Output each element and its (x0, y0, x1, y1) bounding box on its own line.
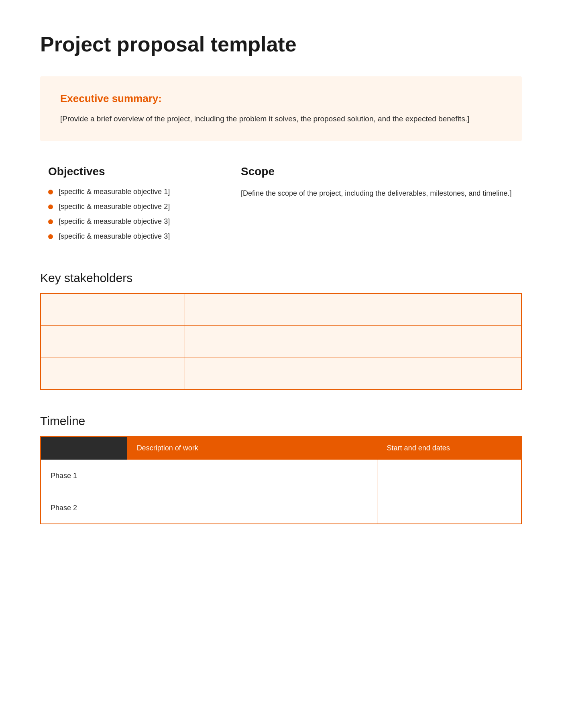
table-row: Phase 2 (41, 492, 521, 524)
page-title: Project proposal template (40, 32, 522, 56)
list-item: [specific & measurable objective 1] (48, 188, 217, 196)
list-item: [specific & measurable objective 3] (48, 217, 217, 226)
stakeholder-cell[interactable] (41, 358, 185, 390)
timeline-header-dates: Start and end dates (377, 436, 521, 460)
key-stakeholders-section: Key stakeholders (40, 271, 522, 390)
timeline-section: Timeline Description of work Start and e… (40, 414, 522, 524)
bullet-icon (48, 190, 53, 194)
timeline-phase-1[interactable]: Phase 1 (41, 460, 127, 492)
table-row: Phase 1 (41, 460, 521, 492)
timeline-table: Description of work Start and end dates … (40, 436, 522, 524)
table-row (41, 325, 521, 358)
list-item: [specific & measurable objective 2] (48, 202, 217, 211)
scope-heading: Scope (241, 165, 514, 178)
executive-summary-heading: Executive summary: (60, 92, 502, 105)
bullet-icon (48, 204, 53, 209)
stakeholder-cell[interactable] (185, 293, 521, 325)
timeline-description-1[interactable] (127, 460, 377, 492)
timeline-heading: Timeline (40, 414, 522, 428)
stakeholder-cell[interactable] (185, 358, 521, 390)
timeline-phase-2[interactable]: Phase 2 (41, 492, 127, 524)
scope-column: Scope [Define the scope of the project, … (241, 165, 514, 247)
objectives-heading: Objectives (48, 165, 217, 178)
timeline-dates-2[interactable] (377, 492, 521, 524)
timeline-dates-1[interactable] (377, 460, 521, 492)
stakeholder-cell[interactable] (41, 325, 185, 358)
timeline-header-phase (41, 436, 127, 460)
objective-item-4: [specific & measurable objective 3] (59, 232, 170, 241)
bullet-icon (48, 234, 53, 239)
scope-body: [Define the scope of the project, includ… (241, 188, 514, 199)
objective-item-1: [specific & measurable objective 1] (59, 188, 170, 196)
list-item: [specific & measurable objective 3] (48, 232, 217, 241)
table-row (41, 293, 521, 325)
stakeholder-cell[interactable] (41, 293, 185, 325)
objective-item-3: [specific & measurable objective 3] (59, 217, 170, 226)
stakeholders-table (40, 293, 522, 390)
table-row (41, 358, 521, 390)
objectives-list: [specific & measurable objective 1] [spe… (48, 188, 217, 241)
timeline-header-description: Description of work (127, 436, 377, 460)
objectives-scope-section: Objectives [specific & measurable object… (40, 165, 522, 247)
timeline-description-2[interactable] (127, 492, 377, 524)
executive-summary-section: Executive summary: [Provide a brief over… (40, 76, 522, 141)
stakeholder-cell[interactable] (185, 325, 521, 358)
objective-item-2: [specific & measurable objective 2] (59, 202, 170, 211)
bullet-icon (48, 219, 53, 224)
key-stakeholders-heading: Key stakeholders (40, 271, 522, 285)
executive-summary-body: [Provide a brief overview of the project… (60, 113, 502, 125)
objectives-column: Objectives [specific & measurable object… (48, 165, 217, 247)
timeline-header-row: Description of work Start and end dates (41, 436, 521, 460)
